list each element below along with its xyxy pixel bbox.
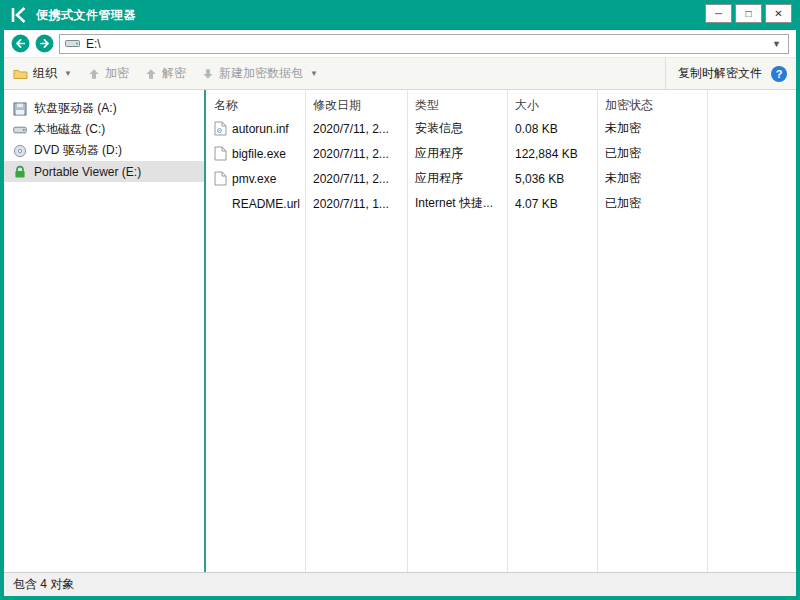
- file-name: autorun.inf: [232, 122, 289, 136]
- file-modified: 2020/7/11, 1...: [305, 197, 407, 211]
- forward-button[interactable]: [35, 34, 54, 53]
- close-button[interactable]: ✕: [765, 4, 792, 23]
- hdd-icon: [13, 123, 27, 137]
- organize-label: 组织: [33, 65, 57, 82]
- file-size: 122,884 KB: [507, 147, 597, 161]
- arrow-down-icon: [202, 68, 214, 80]
- maximize-button[interactable]: □: [735, 4, 762, 23]
- sidebar-item-local-disk-c[interactable]: 本地磁盘 (C:): [4, 119, 204, 140]
- file-name: README.url: [232, 197, 300, 211]
- kaspersky-logo-icon: [10, 7, 28, 23]
- file-modified: 2020/7/11, 2...: [305, 147, 407, 161]
- sidebar-item-label: 本地磁盘 (C:): [34, 121, 105, 138]
- sidebar-item-portable-viewer-e[interactable]: Portable Viewer (E:): [4, 161, 204, 182]
- sidebar-item-label: Portable Viewer (E:): [34, 165, 141, 179]
- file-name: pmv.exe: [232, 172, 276, 186]
- portable-file-manager-window: 便携式文件管理器 ─ □ ✕ E:\ ▼: [0, 0, 800, 600]
- folder-icon: [13, 68, 28, 80]
- title-bar: 便携式文件管理器 ─ □ ✕: [4, 0, 796, 30]
- file-status: 未加密: [597, 170, 707, 187]
- column-separator: [305, 90, 306, 572]
- file-status: 未加密: [597, 120, 707, 137]
- file-list-pane: 名称 修改日期 类型 大小 加密状态 autorun.inf: [206, 90, 796, 572]
- column-header-modified[interactable]: 修改日期: [305, 97, 407, 114]
- file-name: bigfile.exe: [232, 147, 286, 161]
- toolbar-right-group: 复制时解密文件 ?: [665, 58, 787, 89]
- status-bar: 包含 4 对象: [4, 572, 796, 596]
- encrypt-label: 加密: [105, 65, 129, 82]
- new-encrypted-package-button[interactable]: 新建加密数据包 ▼: [202, 65, 318, 82]
- column-separator: [507, 90, 508, 572]
- file-status: 已加密: [597, 195, 707, 212]
- decrypt-button[interactable]: 解密: [145, 65, 186, 82]
- new-package-chevron-icon: ▼: [310, 69, 318, 78]
- file-size: 5,036 KB: [507, 172, 597, 186]
- minimize-button[interactable]: ─: [705, 4, 732, 23]
- drive-icon: [65, 38, 80, 49]
- window-controls: ─ □ ✕: [705, 4, 792, 23]
- column-header-type[interactable]: 类型: [407, 97, 507, 114]
- decrypt-on-copy-option[interactable]: 复制时解密文件: [678, 65, 762, 82]
- decrypt-label: 解密: [162, 65, 186, 82]
- file-status: 已加密: [597, 145, 707, 162]
- address-path: E:\: [86, 37, 764, 51]
- column-separator: [707, 90, 708, 572]
- drive-sidebar: 软盘驱动器 (A:) 本地磁盘 (C:) DVD 驱动器 (D:): [4, 90, 204, 572]
- organize-button[interactable]: 组织 ▼: [13, 65, 72, 82]
- navigation-bar: E:\ ▼: [4, 30, 796, 58]
- file-size: 4.07 KB: [507, 197, 597, 211]
- file-icon-placeholder: [214, 196, 227, 211]
- sidebar-item-label: 软盘驱动器 (A:): [34, 100, 117, 117]
- dvd-icon: [13, 144, 27, 158]
- address-bar[interactable]: E:\ ▼: [59, 34, 789, 54]
- toolbar: 组织 ▼ 加密 解密 新建加密数据包 ▼: [4, 58, 796, 90]
- column-header-status[interactable]: 加密状态: [597, 97, 707, 114]
- floppy-icon: [13, 102, 27, 116]
- status-text: 包含 4 对象: [13, 576, 74, 593]
- application-file-icon: [214, 146, 227, 161]
- back-button[interactable]: [11, 34, 30, 53]
- file-type: 安装信息: [407, 120, 507, 137]
- column-separator: [407, 90, 408, 572]
- file-size: 0.08 KB: [507, 122, 597, 136]
- file-type: 应用程序: [407, 170, 507, 187]
- address-dropdown-chevron-icon[interactable]: ▼: [770, 39, 783, 49]
- setup-file-icon: [214, 121, 227, 136]
- arrow-up-icon: [88, 68, 100, 80]
- window-title: 便携式文件管理器: [36, 7, 136, 24]
- encrypt-button[interactable]: 加密: [88, 65, 129, 82]
- file-modified: 2020/7/11, 2...: [305, 172, 407, 186]
- file-modified: 2020/7/11, 2...: [305, 122, 407, 136]
- file-type: Internet 快捷...: [407, 195, 507, 212]
- column-header-name[interactable]: 名称: [206, 97, 305, 114]
- organize-chevron-icon: ▼: [64, 69, 72, 78]
- window-body: E:\ ▼ 组织 ▼ 加密 解: [4, 30, 796, 596]
- sidebar-item-label: DVD 驱动器 (D:): [34, 142, 122, 159]
- new-encrypted-package-label: 新建加密数据包: [219, 65, 303, 82]
- sidebar-item-floppy-a[interactable]: 软盘驱动器 (A:): [4, 98, 204, 119]
- column-separator: [597, 90, 598, 572]
- file-type: 应用程序: [407, 145, 507, 162]
- application-file-icon: [214, 171, 227, 186]
- lock-icon: [13, 165, 27, 179]
- help-button[interactable]: ?: [771, 66, 787, 82]
- arrow-up-icon: [145, 68, 157, 80]
- column-header-size[interactable]: 大小: [507, 97, 597, 114]
- sidebar-item-dvd-d[interactable]: DVD 驱动器 (D:): [4, 140, 204, 161]
- content-area: 软盘驱动器 (A:) 本地磁盘 (C:) DVD 驱动器 (D:): [4, 90, 796, 572]
